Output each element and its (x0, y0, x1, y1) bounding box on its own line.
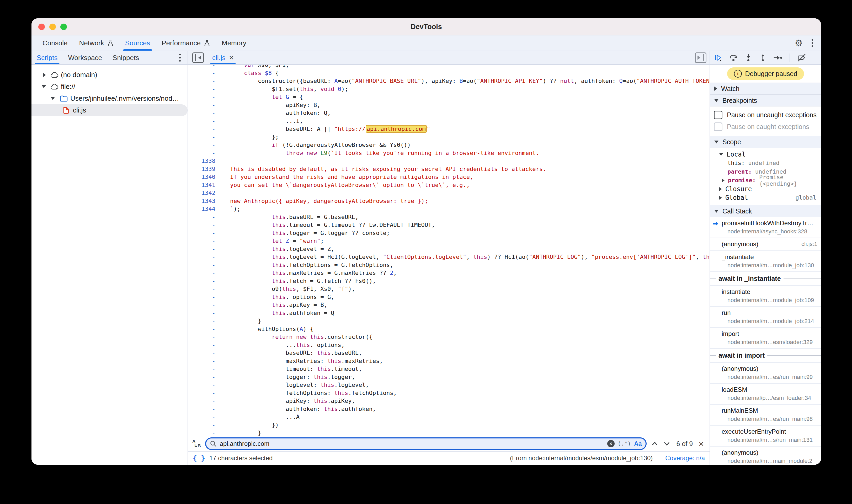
section-call-stack[interactable]: Call Stack (710, 205, 821, 217)
line-number[interactable]: - (188, 277, 220, 285)
line-number[interactable]: - (188, 389, 220, 397)
code-line[interactable]: - o9(this, $F1, Xs0, "f"), (188, 285, 710, 293)
code-line[interactable]: - this.logLevel = Hc1(G.logLevel, "Clien… (188, 253, 710, 261)
line-number[interactable]: - (188, 245, 220, 253)
code-line[interactable]: 1341you can set the \`dangerouslyAllowBr… (188, 181, 710, 189)
code-line[interactable]: - fetchOptions: this.fetchOptions, (188, 389, 710, 397)
next-match-icon[interactable] (663, 441, 671, 446)
line-number[interactable]: - (188, 285, 220, 293)
line-number[interactable]: - (188, 213, 220, 221)
code-line[interactable]: - } (188, 429, 710, 436)
code-line[interactable]: - authToken: Q, (188, 109, 710, 117)
code-line[interactable]: - var Xs0, $F1; (188, 65, 710, 69)
tree-item-no-domain[interactable]: (no domain) (32, 69, 188, 81)
code-line[interactable]: - maxRetries: this.maxRetries, (188, 357, 710, 365)
line-number[interactable]: - (188, 309, 220, 317)
section-breakpoints[interactable]: Breakpoints (710, 95, 821, 106)
code-line[interactable]: - withOptions(A) { (188, 325, 710, 333)
call-stack-frame[interactable]: (anonymous)cli.js:1 (710, 238, 821, 251)
code-line[interactable]: - ...I, (188, 117, 710, 125)
call-stack-frame[interactable]: runnode:internal/m…module_job:214 (710, 307, 821, 328)
settings-gear-icon[interactable]: ⚙ (795, 39, 803, 48)
line-number[interactable]: - (188, 397, 220, 405)
code-line[interactable]: 1339This is disabled by default, as it r… (188, 165, 710, 173)
code-line[interactable]: - this.fetchOptions = G.fetchOptions, (188, 261, 710, 269)
code-line[interactable]: - throw new L9(`It looks like you're run… (188, 149, 710, 157)
line-number[interactable]: - (188, 149, 220, 157)
tree-item-cli-js[interactable]: cli.js (32, 104, 188, 116)
close-window-button[interactable] (38, 23, 45, 30)
search-query[interactable]: api.anthropic.com (220, 440, 604, 447)
minimize-window-button[interactable] (49, 23, 56, 30)
tab-memory[interactable]: Memory (216, 35, 252, 51)
tree-item-folder[interactable]: Users/jinhuilee/.nvm/versions/node/v2… (32, 93, 188, 104)
call-stack-frame[interactable]: importnode:internal/m…esm/loader:329 (710, 328, 821, 349)
replace-toggle-icon[interactable]: A ↳B (192, 439, 201, 448)
line-number[interactable]: 1339 (188, 165, 220, 173)
resume-script-icon[interactable] (714, 54, 722, 61)
regex-toggle-icon[interactable]: (.*) (618, 440, 631, 447)
call-stack-frame[interactable]: _instantiatenode:internal/m…module_job:1… (710, 251, 821, 272)
code-line[interactable]: - this.apiKey = B, (188, 301, 710, 309)
tab-network[interactable]: Network (73, 35, 119, 51)
line-number[interactable]: - (188, 365, 220, 373)
code-line[interactable]: - return new this.constructor({ (188, 333, 710, 341)
code-line[interactable]: - this.authToken = Q (188, 309, 710, 317)
code-line[interactable]: 1338 (188, 157, 710, 165)
tab-performance[interactable]: Performance (156, 35, 216, 51)
code-line[interactable]: - this.logger = G.logger ?? console; (188, 229, 710, 237)
scope-property-this[interactable]: this:undefined (710, 159, 821, 167)
code-line[interactable]: - logger: this.logger, (188, 373, 710, 381)
line-number[interactable]: - (188, 349, 220, 357)
tree-item-file-scheme[interactable]: file:// (32, 81, 188, 93)
code-line[interactable]: - baseURL: A || "https://api.anthropic.c… (188, 125, 710, 133)
line-number[interactable]: - (188, 69, 220, 77)
line-number[interactable]: - (188, 421, 220, 429)
toggle-debugger-sidebar-icon[interactable] (695, 52, 706, 63)
code-line[interactable]: - } (188, 317, 710, 325)
scope-group-global[interactable]: Globalglobal (710, 193, 821, 202)
editor-tab-cli-js[interactable]: cli.js × (208, 51, 238, 64)
call-stack-frame[interactable]: (anonymous)node:internal/m…main_module:2 (710, 447, 821, 465)
coverage-link[interactable]: Coverage: n/a (665, 454, 705, 462)
line-number[interactable]: - (188, 133, 220, 141)
clear-search-icon[interactable]: × (607, 440, 615, 447)
code-line[interactable]: 1342 (188, 189, 710, 197)
pause-uncaught-row[interactable]: Pause on uncaught exceptions (710, 109, 821, 121)
deactivate-breakpoints-icon[interactable] (797, 54, 806, 61)
code-line[interactable]: - ...this._options, (188, 341, 710, 349)
line-number[interactable]: - (188, 237, 220, 245)
line-number[interactable]: - (188, 429, 220, 436)
step-over-icon[interactable] (729, 54, 738, 61)
code-line[interactable]: - this.fetch = G.fetch ?? Fs0(), (188, 277, 710, 285)
navigator-more-icon[interactable] (179, 54, 181, 61)
tab-scripts[interactable]: Scripts (32, 51, 63, 64)
call-stack-frame[interactable]: (anonymous)node:internal/m…es/run_main:9… (710, 363, 821, 384)
code-line[interactable]: - let Z = "warn"; (188, 237, 710, 245)
line-number[interactable]: 1344 (188, 205, 220, 213)
code-line[interactable]: - baseURL: this.baseURL, (188, 349, 710, 357)
close-tab-icon[interactable]: × (229, 54, 234, 61)
collapse-navigator-icon[interactable] (192, 52, 204, 63)
line-number[interactable]: - (188, 85, 220, 93)
scope-property-promise[interactable]: promise:Promise {<pending>} (710, 176, 821, 185)
line-number[interactable]: - (188, 77, 220, 85)
line-number[interactable]: - (188, 405, 220, 413)
line-number[interactable]: - (188, 253, 220, 261)
call-stack-frame[interactable]: runMainESMnode:internal/m…es/run_main:98 (710, 404, 821, 426)
previous-match-icon[interactable] (651, 441, 659, 446)
scope-group-local[interactable]: Local (710, 150, 821, 159)
code-editor[interactable]: - var Xs0, $F1;- class $8 {- constructor… (188, 65, 710, 436)
line-number[interactable]: - (188, 333, 220, 341)
line-number[interactable]: - (188, 413, 220, 421)
call-stack-frame[interactable]: promiseInitHookWithDestroyTr…node:intern… (710, 217, 821, 238)
line-number[interactable]: - (188, 65, 220, 69)
code-line[interactable]: 1343new Anthropic({ apiKey, dangerouslyA… (188, 197, 710, 205)
line-number[interactable]: 1341 (188, 181, 220, 189)
line-number[interactable]: - (188, 229, 220, 237)
code-line[interactable]: - ...A (188, 413, 710, 421)
line-number[interactable]: - (188, 357, 220, 365)
line-number[interactable]: - (188, 293, 220, 301)
line-number[interactable]: - (188, 341, 220, 349)
line-number[interactable]: - (188, 325, 220, 333)
